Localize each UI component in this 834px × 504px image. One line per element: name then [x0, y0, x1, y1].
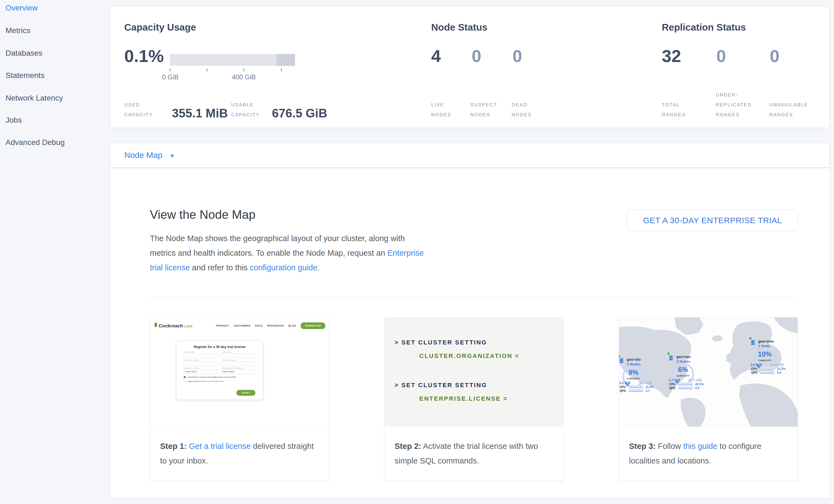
node-map-dropdown[interactable]: Node Map ▼: [124, 143, 175, 167]
axis-tick: [207, 68, 207, 71]
cockroach-labs-logo: Cockroach LABS: [154, 323, 193, 329]
get-trial-license-link[interactable]: Get a trial license: [189, 442, 251, 451]
mini-site-nav: PRODUCT CUSTOMERS DOCS RESOURCES BLOG DO…: [216, 323, 325, 329]
step-1-caption: Step 1: Get a trial license delivered st…: [150, 426, 329, 481]
divider: [150, 297, 798, 298]
mini-checkbox-empty: [184, 380, 186, 382]
capacity-usage-title: Capacity Usage: [124, 22, 196, 33]
qps-sparkline: [760, 371, 775, 374]
used-capacity-label: USED CAPACITY: [124, 100, 153, 120]
brand-name: Cockroach: [159, 323, 183, 329]
capacity-used: 3.2 GiB: [619, 381, 630, 385]
axis-tick-label: 400 GiB: [232, 73, 256, 81]
live-nodes-count: 4: [431, 47, 441, 65]
step-label: Step 3:: [629, 442, 656, 451]
qps-label: QPS: [620, 389, 626, 392]
mini-input: [221, 361, 256, 366]
sidebar-item-statements[interactable]: Statements: [5, 71, 45, 80]
total-ranges-count: 32: [662, 47, 681, 65]
qps-label: QPS: [669, 386, 675, 390]
mini-select: Please Select: [184, 370, 218, 374]
cpu-value: 11.0%: [645, 385, 654, 389]
mini-nav-product: PRODUCT: [216, 324, 229, 327]
sql-setting-name: ENTERPRISE.LICENSE =: [419, 395, 508, 402]
capacity-total: 65.7 GiB: [688, 378, 702, 382]
replication-status-title: Replication Status: [662, 22, 746, 33]
sidebar-item-overview[interactable]: Overview: [5, 4, 38, 13]
sidebar-item-network-latency[interactable]: Network Latency: [5, 94, 63, 103]
node-map-screenshot: 1 geo=sfo 2 Nodes 9% CAPACITY 3.2 GiB 35…: [619, 317, 798, 426]
description-text: The Node Map shows the geographical layo…: [150, 234, 405, 257]
usable-capacity-value: 676.5 GiB: [272, 107, 327, 119]
sidebar: Overview Metrics Databases Statements Ne…: [0, 0, 110, 504]
cpu-value: 42.5%: [695, 382, 704, 386]
mini-input: [184, 361, 218, 366]
mini-nav-blog: BLOG: [288, 324, 296, 327]
suspect-nodes-count: 0: [472, 47, 481, 65]
locality-name: geo=nyc: [676, 355, 691, 359]
locality-name: geo=ams: [758, 339, 774, 343]
cpu-value: 12.3%: [777, 367, 786, 370]
used-capacity-value: 355.1 MiB: [172, 107, 228, 119]
under-replicated-ranges-count: 0: [716, 47, 726, 65]
mini-field-label: REASON FOR INTEREST: [221, 367, 256, 369]
this-guide-link[interactable]: this guide: [683, 442, 718, 451]
gauge-caption: CAPACITY: [753, 359, 777, 362]
mini-nav-customers: CUSTOMERS: [234, 324, 251, 327]
total-ranges-label: TOTAL RANGES: [662, 100, 686, 120]
get-enterprise-trial-button[interactable]: GET A 30-DAY ENTERPRISE TRIAL: [627, 210, 798, 231]
step-label: Step 1:: [160, 442, 187, 451]
mini-form-title: Register for a 30-day trial license: [184, 345, 256, 349]
mini-nav-docs: DOCS: [255, 324, 263, 327]
live-nodes-label: LIVE NODES: [431, 100, 451, 120]
dead-nodes-count: 0: [512, 47, 522, 65]
usable-capacity-label: USABLE CAPACITY: [231, 100, 260, 120]
configuration-guide-link[interactable]: configuration guide: [250, 263, 317, 272]
qps-label: QPS: [751, 371, 757, 374]
unavailable-ranges-count: 0: [770, 47, 780, 65]
sidebar-item-advanced-debug[interactable]: Advanced Debug: [5, 138, 65, 147]
sql-setting-name: CLUSTER.ORGANIZATION =: [419, 352, 519, 359]
axis-tick-label: 0 GiB: [162, 73, 178, 81]
node-map-description: The Node Map shows the geographical layo…: [150, 231, 427, 275]
gauge-caption: CAPACITY: [621, 377, 645, 380]
database-icon: [669, 355, 673, 361]
mini-site-header: Cockroach LABS PRODUCT CUSTOMERS DOCS RE…: [154, 320, 325, 331]
mini-input: [184, 353, 218, 358]
step-2-card: > SET CLUSTER SETTING CLUSTER.ORGANIZATI…: [385, 317, 564, 481]
sql-commands-graphic: > SET CLUSTER SETTING CLUSTER.ORGANIZATI…: [385, 317, 563, 426]
unavailable-ranges-label: UNAVAILABLE RANGES: [769, 100, 808, 120]
axis-tick: [281, 68, 282, 71]
step-label: Step 2:: [395, 442, 421, 451]
mini-license-link: Software License Agreement.: [199, 380, 224, 382]
healthy-check-icon: ✓: [666, 352, 671, 356]
gauge-percent: 9%: [621, 368, 645, 376]
chevron-down-icon: ▼: [170, 152, 175, 158]
qps-value: 4.7: [645, 389, 650, 392]
database-icon: [619, 358, 624, 364]
cluster-summary-panel: Capacity Usage 0.1% 0 GiB 400 GiB USED C…: [110, 6, 830, 128]
cockroach-bug-icon: [154, 323, 158, 327]
axis-tick: [244, 68, 244, 71]
description-text: .: [317, 263, 320, 272]
sidebar-item-jobs[interactable]: Jobs: [5, 116, 22, 125]
description-text: and refer to this: [190, 263, 250, 272]
qps-value: 0.0: [777, 371, 781, 374]
mini-field-label: LAST NAME: [221, 351, 256, 353]
database-icon: [750, 340, 755, 345]
step-3-caption: Step 3: Follow this guide to configure l…: [619, 426, 798, 481]
cpu-label: CPU: [669, 382, 675, 386]
step-3-card: 1 geo=sfo 2 Nodes 9% CAPACITY 3.2 GiB 35…: [619, 317, 798, 481]
mini-submit-button: SUBMIT: [236, 390, 256, 396]
cpu-label: CPU: [751, 367, 757, 370]
capacity-bar: [170, 54, 295, 66]
sidebar-item-metrics[interactable]: Metrics: [5, 26, 30, 35]
sidebar-item-databases[interactable]: Databases: [5, 49, 42, 58]
capacity-used-percent: 0.1%: [124, 47, 164, 65]
node-map-dropdown-label: Node Map: [124, 151, 162, 160]
mini-field-label: FIRST NAME: [184, 351, 218, 353]
suspect-nodes-label: SUSPECT NODES: [470, 100, 497, 120]
capacity-bar-reserved-segment: [277, 54, 295, 66]
step-1-card: Cockroach LABS PRODUCT CUSTOMERS DOCS RE…: [150, 317, 329, 481]
capacity-total: 35.1 GiB: [639, 381, 652, 385]
